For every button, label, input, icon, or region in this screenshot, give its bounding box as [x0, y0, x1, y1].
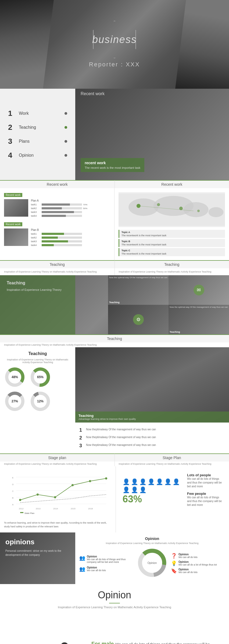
- donut-svg-3: 27%: [4, 391, 26, 412]
- bar-b-4: [42, 244, 82, 246]
- opinion-item-2: 👥 Opinion Wo can all do lots: [79, 566, 133, 572]
- recent-work-right: Topic A The recentwork is the most impor…: [114, 188, 229, 260]
- opinion-donut-svg: Opinion: [136, 547, 168, 579]
- svg-text:C: C: [12, 490, 14, 492]
- svg-text:Opinion: Opinion: [148, 561, 157, 564]
- bar-b-label-1: task1: [31, 232, 40, 235]
- svg-point-35: [37, 493, 39, 496]
- opinion-item-5: 🔖 Opinion Wo can all do lots: [171, 568, 225, 574]
- donut-svg-1: 48%: [4, 366, 26, 388]
- topic-box-b: Topic B The recentwork is the most impor…: [119, 239, 225, 247]
- toc-item-3[interactable]: 3 Plans: [8, 137, 67, 146]
- svg-text:B: B: [12, 497, 13, 499]
- topic-c-text: The recentwork is the most important tas…: [121, 252, 223, 255]
- photo-label: Teaching: [7, 281, 62, 285]
- svg-rect-45: [20, 512, 23, 513]
- bar-row-2: task2 50%: [31, 207, 87, 210]
- recent-content-title: recent work: [85, 161, 140, 165]
- svg-text:2015: 2015: [71, 507, 76, 510]
- n-num-3: 3: [79, 443, 86, 449]
- bar-1: [42, 203, 82, 206]
- opinion-label-2: Opinion: [87, 566, 106, 569]
- plan-b-row: Plan B task1 task2 task3 task4: [4, 228, 110, 248]
- people-section: 👤 👤 👤 👤 👤 👤 👤 👤 👤 👤 63% Lots of people W: [120, 470, 225, 513]
- toc-item-1[interactable]: 1 Work: [8, 109, 67, 118]
- stage-bg-svg: [75, 347, 229, 423]
- lots-people-text: Wo can all do lots of things and thus th…: [187, 477, 222, 488]
- toc-recent-slide: 1 Work 2 Teaching 3 Plans 4 Opinion Rece…: [0, 89, 229, 180]
- svg-point-37: [71, 484, 74, 486]
- person-icon-3: 👤: [139, 478, 146, 485]
- toc-number-4: 4: [8, 151, 19, 160]
- person-icon-10: 👤: [139, 486, 146, 493]
- recent-work-badge: Recent work: [4, 193, 22, 197]
- lots-people-title: Lots of people: [187, 473, 222, 477]
- bar-b-2: [42, 237, 82, 239]
- toc-item-4[interactable]: 4 Opinion: [8, 151, 67, 160]
- svg-rect-23: [75, 347, 229, 423]
- line-chart-panel: E D C B A: [0, 466, 116, 532]
- topic-b-text: The recentwork is the most important tas…: [121, 243, 223, 246]
- person-icon-9: 👤: [131, 486, 138, 493]
- lots-people-row: Lots of people Wo can all do lots of thi…: [187, 473, 222, 488]
- opinion-item-4: 💡 Opinion Wo can all do a lot of things …: [171, 560, 225, 566]
- teaching-header-left: Teaching: [0, 260, 115, 268]
- n-text-3: Now theptimalway Of the management of wa…: [86, 443, 156, 447]
- svg-point-8: [197, 210, 200, 212]
- stage-plan-sub-left: Inspiration of Experience Learning Theor…: [0, 461, 115, 466]
- opinions-row: opinions Personal commitment: strive on …: [0, 532, 229, 584]
- grid-icon-1: ✉: [194, 285, 204, 295]
- n-text-2: Now theptimalway Of the management of wa…: [86, 435, 156, 439]
- svg-text:State Plan: State Plan: [24, 512, 34, 514]
- toc-label-2: Teaching: [19, 125, 36, 130]
- hero-slide: business Reporter : XXX: [0, 0, 229, 89]
- donut-area: 48% 65%: [4, 366, 71, 388]
- opinion-desc-2: Wo can all do lots: [87, 569, 106, 572]
- opinion-right-items: ❓ Opinion Wo can all do lots 💡 Opinion W…: [171, 553, 225, 574]
- bar-val-1: 70%: [83, 203, 87, 206]
- toc-dot-1: [65, 112, 67, 115]
- teaching-headers-row: Teaching Teaching: [0, 260, 229, 268]
- toc-dot-3: [65, 140, 67, 143]
- person-icon-8: 👤: [123, 486, 130, 493]
- opinion-text-3: Opinion Wo can all do lots: [178, 553, 198, 559]
- opinions-right-panel: Opinion Inspiration of Experience Learni…: [75, 532, 229, 584]
- stage-overlay: Teaching Advantage learning strive to im…: [75, 412, 229, 423]
- bar-label-3: task3: [31, 211, 40, 213]
- svg-text:A: A: [12, 503, 14, 506]
- teaching-section-sub: Inspiration of Experience Learning Theor…: [0, 342, 229, 347]
- grid-icon-2: ⚙: [133, 314, 144, 325]
- toc-item-2[interactable]: 2 Teaching: [8, 123, 67, 132]
- recent-work-header: Recent work: [75, 89, 229, 99]
- map-area: [119, 192, 225, 227]
- opinion-label-3: Opinion: [178, 553, 198, 556]
- stage-plan-sub-right: Inspiration of Experience Learning Theor…: [115, 461, 229, 466]
- opinions-overlay-text: Personal commitment: strive on my work t…: [5, 549, 70, 557]
- svg-text:48%: 48%: [12, 375, 18, 379]
- person-icon-1: 👤: [123, 478, 130, 485]
- opinion-label-1: Opinion: [87, 555, 133, 558]
- hero-subtitle: Reporter : XXX: [89, 61, 140, 68]
- svg-text:2016: 2016: [88, 507, 93, 510]
- opinion-donut: Opinion: [136, 547, 168, 580]
- person-icon-7: 👤: [173, 478, 180, 485]
- for-male-row: For male Wo can all do lots of things an…: [91, 641, 213, 644]
- stage-plan-subtitles: Inspiration of Experience Learning Theor…: [0, 461, 229, 466]
- donut-area-2: 27% 12%: [4, 391, 71, 412]
- person-icon-6: 👤: [164, 478, 171, 485]
- svg-point-6: [157, 203, 160, 206]
- stage-photo: Teaching Advantage learning strive to im…: [75, 347, 229, 423]
- svg-text:2014: 2014: [53, 507, 58, 510]
- recent-work-badge-2: Recent work: [4, 222, 22, 226]
- recent-content-box: recent work The recent work is the most …: [81, 158, 144, 172]
- bar-val-2: 50%: [83, 207, 87, 210]
- topic-box-a: Topic A The recentwork is the most impor…: [119, 230, 225, 238]
- for-male-span: For male: [91, 641, 114, 644]
- bar-b-row-2: task2: [31, 236, 82, 239]
- stage-overlay-sub: Advantage learning strive to improve the…: [78, 418, 226, 420]
- few-people-title: Few people: [187, 492, 222, 496]
- chart-left-panel: Teaching Inspiration of Experience Learn…: [0, 347, 75, 453]
- hexagon-frame: business: [93, 21, 136, 58]
- bar-label-1: task1: [31, 203, 40, 206]
- stage-plan-photo-area: Teaching Advantage learning strive to im…: [75, 347, 229, 453]
